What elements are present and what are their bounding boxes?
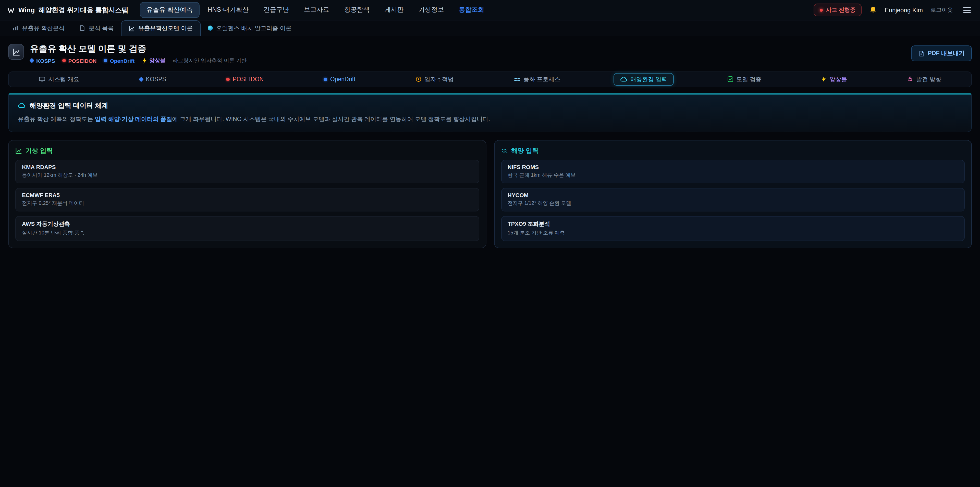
section-nav-ocean-input[interactable]: 해양환경 입력 (614, 73, 674, 86)
weather-input-card: 기상 입력 KMA RDAPS 동아시아 12km 해상도 · 24h 예보 E… (8, 140, 486, 248)
badge-kosps: KOSPS (30, 57, 55, 64)
input-data-cards: 기상 입력 KMA RDAPS 동아시아 12km 해상도 · 24h 예보 E… (8, 140, 972, 248)
nav-item-aerial-search[interactable]: 항공탐색 (337, 2, 376, 18)
sub-tabbar: 유출유 확산분석 분석 목록 유출유확산모델 이론 오일펜스 배치 알고리즘 이… (0, 21, 980, 36)
tab-label: 유출유 확산분석 (22, 24, 65, 32)
section-nav-opendrift[interactable]: OpenDrift (317, 73, 362, 85)
cloud-icon (620, 76, 627, 83)
section-nav: 시스템 개요 KOSPS POSEIDON OpenDrift 입자추적법 풍화… (8, 71, 972, 87)
incident-dot-icon (820, 8, 823, 11)
list-item: ECMWF ERA5 전지구 0.25° 재분석 데이터 (15, 188, 479, 211)
badge-opendrift: OpenDrift (103, 57, 135, 64)
dataset-name: ECMWF ERA5 (22, 192, 473, 198)
incident-status-badge[interactable]: 사고 진행중 (814, 3, 862, 16)
badge-poseidon: POSEIDON (62, 57, 97, 64)
page-header-text: 유출유 확산 모델 이론 및 검증 KOSPS POSEIDON OpenDri… (30, 44, 247, 64)
dataset-desc: 15개 분조 기반 조류 예측 (508, 229, 958, 236)
wing-logo-icon (7, 6, 15, 14)
document-icon (79, 25, 85, 31)
dataset-name: TPXO9 조화분석 (508, 220, 958, 228)
main-nav: 유출유 확산예측 HNS·대기확산 긴급구난 보고자료 항공탐색 게시판 기상정… (140, 2, 491, 18)
page-title: 유출유 확산 모델 이론 및 검증 (30, 44, 247, 54)
line-chart-icon (129, 25, 135, 31)
dataset-desc: 한국 근해 1km 해류·수온 예보 (508, 172, 958, 179)
tab-spill-analysis[interactable]: 유출유 확산분석 (5, 21, 72, 36)
red-dot-icon (62, 59, 66, 62)
ocean-input-section: 해양환경 입력 데이터 체계 유출유 확산 예측의 정확도는 입력 해양·기상 … (8, 93, 972, 132)
nav-item-integrated-search[interactable]: 통합조회 (452, 2, 491, 18)
list-item: NIFS ROMS 한국 근해 1km 해류·수온 예보 (501, 160, 965, 184)
ocean-input-card: 해양 입력 NIFS ROMS 한국 근해 1km 해류·수온 예보 HYCOM… (494, 140, 972, 248)
section-nav-poseidon[interactable]: POSEIDON (220, 73, 270, 85)
tab-label: 유출유확산모델 이론 (138, 24, 192, 32)
tab-label: 분석 목록 (89, 24, 114, 32)
incident-badge-label: 사고 진행중 (826, 6, 856, 14)
nav-item-board[interactable]: 게시판 (378, 2, 410, 18)
cloud-icon (18, 102, 25, 109)
tab-label: 오일펜스 배치 알고리즘 이론 (216, 24, 291, 32)
section-nav-overview[interactable]: 시스템 개요 (32, 73, 86, 86)
lightning-icon (142, 57, 147, 64)
pdf-icon (918, 50, 924, 56)
lightning-icon (821, 76, 826, 82)
page-header: 유출유 확산 모델 이론 및 검증 KOSPS POSEIDON OpenDri… (0, 36, 980, 70)
section-description: 유출유 확산 예측의 정확도는 입력 해양·기상 데이터의 품질에 크게 좌우됩… (18, 115, 962, 124)
dataset-desc: 전지구 1/12° 해양 순환 모델 (508, 200, 958, 207)
list-item: TPXO9 조화분석 15개 분조 기반 조류 예측 (501, 216, 965, 241)
user-name[interactable]: Eunjeong Kim (885, 6, 923, 14)
green-chart-icon (15, 148, 22, 154)
section-nav-future[interactable]: 발전 방향 (900, 73, 948, 86)
dataset-name: NIFS ROMS (508, 164, 958, 170)
section-nav-particle-tracking[interactable]: 입자추적법 (409, 73, 460, 86)
dataset-name: HYCOM (508, 192, 958, 198)
red-dot-icon (226, 77, 230, 81)
dataset-name: KMA RDAPS (22, 164, 473, 170)
app-window: Wing 해양환경 위기대응 통합시스템 유출유 확산예측 HNS·대기확산 긴… (0, 0, 980, 487)
nav-item-weather-info[interactable]: 기상정보 (412, 2, 450, 18)
rocket-icon (907, 76, 913, 82)
blue-dot-icon (103, 59, 107, 62)
check-square-icon (727, 76, 733, 82)
tab-model-theory[interactable]: 유출유확산모델 이론 (121, 21, 200, 36)
target-icon (415, 76, 422, 82)
ocean-card-title: 해양 입력 (501, 147, 965, 155)
dataset-desc: 동아시아 12km 해상도 · 24h 예보 (22, 172, 473, 179)
tab-boom-algorithm[interactable]: 오일펜스 배치 알고리즘 이론 (200, 21, 299, 36)
brand-name: Wing (18, 6, 35, 14)
topbar: Wing 해양환경 위기대응 통합시스템 유출유 확산예측 HNS·대기확산 긴… (0, 0, 980, 21)
list-item: HYCOM 전지구 1/12° 해양 순환 모델 (501, 188, 965, 211)
dataset-desc: 실시간 10분 단위 풍향·풍속 (22, 229, 473, 236)
blue-dot-icon (324, 77, 327, 81)
topbar-right: 사고 진행중 Eunjeong Kim 로그아웃 (814, 3, 973, 16)
nav-item-reports[interactable]: 보고자료 (297, 2, 336, 18)
brand: Wing 해양환경 위기대응 통합시스템 (7, 5, 128, 14)
cyan-wave-icon (501, 148, 508, 154)
diamond-icon (29, 58, 35, 63)
menu-icon[interactable] (961, 4, 973, 16)
bell-icon[interactable] (870, 6, 877, 14)
nav-item-hns[interactable]: HNS·대기확산 (201, 2, 255, 18)
section-heading-label: 해양환경 입력 데이터 체계 (30, 101, 108, 110)
section-nav-ensemble[interactable]: 앙상블 (815, 73, 854, 86)
page-icon-box (8, 44, 24, 60)
app-title: 해양환경 위기대응 통합시스템 (38, 5, 128, 14)
section-nav-weathering[interactable]: 풍화 프로세스 (507, 73, 567, 86)
list-item: KMA RDAPS 동아시아 12km 해상도 · 24h 예보 (15, 160, 479, 184)
logout-button[interactable]: 로그아웃 (931, 6, 953, 14)
model-badge-row: KOSPS POSEIDON OpenDrift 앙상블 라그랑지안 입자추적 … (30, 57, 247, 64)
model-chart-icon (12, 48, 20, 56)
section-nav-kosps[interactable]: KOSPS (133, 73, 173, 85)
pdf-export-button[interactable]: PDF 내보내기 (911, 45, 972, 61)
dataset-name: AWS 자동기상관측 (22, 220, 473, 228)
list-item: AWS 자동기상관측 실시간 10분 단위 풍향·풍속 (15, 216, 479, 241)
highlight-text: 입력 해양·기상 데이터의 품질 (95, 116, 172, 122)
tab-analysis-list[interactable]: 분석 목록 (72, 21, 121, 36)
section-heading: 해양환경 입력 데이터 체계 (18, 101, 962, 110)
weather-card-title: 기상 입력 (15, 147, 479, 155)
subtitle-note: 라그랑지안 입자추적 이론 기반 (172, 57, 247, 64)
diamond-icon (138, 77, 144, 82)
nav-item-rescue[interactable]: 긴급구난 (257, 2, 296, 18)
section-nav-validation[interactable]: 모델 검증 (721, 73, 768, 86)
nav-item-oil-spill[interactable]: 유출유 확산예측 (140, 2, 199, 18)
monitor-icon (38, 76, 45, 83)
